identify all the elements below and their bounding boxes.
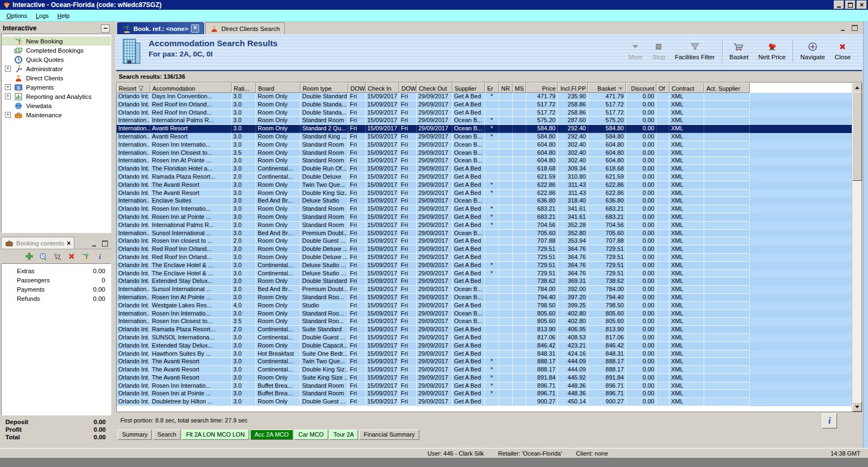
- panel-splitter[interactable]: [111, 22, 115, 448]
- table-row[interactable]: Orlando Int...The Avanti Resort3.0Room O…: [117, 181, 852, 190]
- sidebar-item-direct-clients[interactable]: +Direct Clients: [2, 73, 111, 83]
- table-row[interactable]: Internation...Rosen Inn At Pointe ...3.0…: [117, 157, 852, 165]
- column-header-resort[interactable]: Resort: [117, 83, 150, 93]
- table-row[interactable]: Orlando Int...Rosen Inn Internatio...3.0…: [117, 382, 852, 390]
- table-row[interactable]: Orlando Int...Days Inn Convention...3.0R…: [117, 93, 852, 101]
- bottom-tab-car-mco[interactable]: Car MCO: [294, 430, 328, 440]
- table-row[interactable]: Orlando Int...Ramada Plaza Resort...2.0C…: [117, 173, 852, 181]
- table-row[interactable]: Orlando Int...Westgate Lakes Res...4.0Ro…: [117, 302, 852, 310]
- booking-contents-tab[interactable]: Booking contents ×: [1, 237, 74, 249]
- sidebar-item-payments[interactable]: +$Payments: [2, 83, 111, 92]
- table-row[interactable]: Internation...Enclave Suites3.0Bed And B…: [117, 197, 852, 205]
- bottom-tab-acc-2a-mco[interactable]: Acc 2A MCO: [250, 430, 293, 440]
- sidebar-item-new-booking[interactable]: +New Booking: [2, 36, 111, 46]
- column-header-room-type[interactable]: Room type: [301, 83, 348, 93]
- scroll-up-button[interactable]: [852, 83, 862, 92]
- table-row[interactable]: Orlando Int...The Avanti Resort3.0Room O…: [117, 190, 852, 198]
- table-row[interactable]: Orlando Int...The Floridian Hotel a...3.…: [117, 165, 852, 173]
- column-header-rati[interactable]: Rati...: [232, 83, 256, 93]
- table-row[interactable]: Orlando Int...Red Roof Inn Orland...3.0R…: [117, 245, 852, 254]
- table-row[interactable]: Orlando Int...Doubletree by Hilton ...3.…: [117, 398, 852, 406]
- maximize-view-button[interactable]: [851, 25, 858, 31]
- table-row[interactable]: Orlando Int...Hawthorn Suites By ...3.0H…: [117, 350, 852, 358]
- table-row[interactable]: Orlando Int...Red Roof Inn Orland...3.0R…: [117, 101, 852, 109]
- table-row[interactable]: Internation...International Palms R...3.…: [117, 117, 852, 125]
- minimize-button[interactable]: [834, 1, 844, 9]
- column-header-board[interactable]: Board: [256, 83, 301, 93]
- restore-button[interactable]: [845, 1, 856, 9]
- sidebar-item-quick-quotes[interactable]: +Quick Quotes: [2, 55, 111, 64]
- column-header-supplier[interactable]: Supplier: [452, 83, 485, 93]
- expand-icon[interactable]: +: [5, 84, 11, 90]
- table-row[interactable]: Internation...Sunsol International ...3.…: [117, 286, 852, 294]
- delete-button[interactable]: [67, 251, 76, 261]
- close-button[interactable]: ×: [857, 1, 867, 9]
- table-row[interactable]: Internation...Rosen Inn Internatio...3.0…: [117, 310, 852, 318]
- bottom-tab-financial-summary[interactable]: Financial Summary: [359, 430, 419, 440]
- column-header-of[interactable]: Of: [656, 83, 669, 93]
- table-row[interactable]: Internation...Rosen Inn Closest to...3.5…: [117, 149, 852, 157]
- table-row[interactable]: Internation...Avanti Resort3.0Room OnlyS…: [117, 133, 852, 141]
- table-row[interactable]: Orlando Int...Rosen Inn closest to ...2.…: [117, 237, 852, 245]
- table-row[interactable]: Orlando Int...Rosen Inn Internatio...3.0…: [117, 205, 852, 213]
- nett-price-button[interactable]: Nett Price: [754, 41, 791, 61]
- sidebar-item-maintenance[interactable]: +Maintenance: [2, 110, 111, 119]
- sidebar-item-administrator[interactable]: +Administrator: [2, 64, 111, 73]
- bottom-tab-tour-2a[interactable]: Tour 2A: [329, 430, 359, 440]
- sidebar-item-reporting-and-analytics[interactable]: +Reporting and Analytics: [2, 92, 111, 101]
- table-row[interactable]: Orlando Int...Extended Stay Delux...3.0R…: [117, 342, 852, 350]
- bottom-tab-flt-2a-lon-mco-lon[interactable]: Flt 2A LON MCO LON: [182, 430, 249, 440]
- table-row[interactable]: Orlando Int...Rosen Inn at Pointe ...3.0…: [117, 390, 852, 398]
- table-row[interactable]: Orlando Int...Red Roof Inn Orland...3.0R…: [117, 254, 852, 262]
- bottom-tab-summary[interactable]: Summary: [118, 430, 152, 440]
- column-header-act-supplier[interactable]: Act. Supplier: [704, 83, 750, 93]
- menu-item-logs[interactable]: Logs: [31, 11, 53, 20]
- close-button[interactable]: Close: [830, 41, 856, 61]
- more-button[interactable]: More: [623, 41, 647, 61]
- column-header-discount[interactable]: Discount: [626, 83, 656, 93]
- close-booking-tab-icon[interactable]: ×: [67, 239, 71, 247]
- menu-item-options[interactable]: Options: [2, 11, 31, 20]
- maximize-panel-button[interactable]: [101, 241, 108, 247]
- tab-book-ref-none[interactable]: Book. ref.: <none>×: [117, 22, 204, 34]
- column-header-dow[interactable]: DOW: [399, 83, 417, 93]
- facilities-filter-button[interactable]: Facilities Filter: [670, 41, 719, 61]
- table-row[interactable]: Orlando Int...Ramada Plaza Resort...2.0C…: [117, 326, 852, 334]
- basket-button[interactable]: Basket: [725, 41, 754, 61]
- stop-button[interactable]: Stop: [647, 41, 670, 61]
- column-header-er[interactable]: Er: [485, 83, 499, 93]
- palm-tree-button[interactable]: [81, 251, 91, 261]
- expand-icon[interactable]: +: [5, 66, 11, 72]
- table-row[interactable]: Orlando Int...The Enclave Hotel & ...3.0…: [117, 262, 852, 270]
- table-row[interactable]: Internation...Sunsol International ...3.…: [117, 230, 852, 238]
- scrollbar-thumb[interactable]: [852, 92, 862, 181]
- vertical-scrollbar[interactable]: [852, 83, 861, 412]
- table-row[interactable]: Internation...Rosen Inn Closest to...3.5…: [117, 318, 852, 326]
- table-row[interactable]: Internation...Avanti Resort3.0Room OnlyS…: [117, 125, 852, 133]
- column-header-accommodation[interactable]: Accommodation: [150, 83, 232, 93]
- table-row[interactable]: Orlando Int...The Enclave Hotel & ...3.0…: [117, 270, 852, 278]
- column-header-ms[interactable]: MS: [513, 83, 526, 93]
- column-header-check-out[interactable]: Check Out: [417, 83, 452, 93]
- scroll-down-button[interactable]: [852, 402, 862, 412]
- table-row[interactable]: Orlando Int...The Avanti Resort3.0Room O…: [117, 374, 852, 382]
- column-header-dow[interactable]: DOW: [348, 83, 366, 93]
- minimize-view-button[interactable]: [839, 25, 846, 31]
- column-header-price[interactable]: Price: [526, 83, 558, 93]
- column-header-nr[interactable]: NR: [499, 83, 513, 93]
- bottom-tab-search[interactable]: Search: [153, 430, 181, 440]
- table-row[interactable]: Internation...Rosen Inn Internatio...3.0…: [117, 141, 852, 149]
- table-row[interactable]: Orlando Int...Rosen Inn at Pointe ...3.0…: [117, 213, 852, 222]
- table-row[interactable]: Orlando Int...The Avanti Resort3.0Contin…: [117, 366, 852, 374]
- close-tab-icon[interactable]: ×: [191, 24, 199, 33]
- table-row[interactable]: Orlando Int...Red Roof Inn Orland...3.0R…: [117, 109, 852, 117]
- navigate-button[interactable]: Navigate: [795, 41, 829, 61]
- collapse-panel-button[interactable]: [101, 24, 110, 33]
- cart-go-button[interactable]: [53, 251, 62, 261]
- expand-icon[interactable]: +: [5, 112, 11, 118]
- column-header-basket[interactable]: Basket: [588, 83, 626, 93]
- menu-item-help[interactable]: Help: [53, 11, 74, 20]
- column-header-incl-fl-pp[interactable]: Incl.Fl.PP: [558, 83, 588, 93]
- column-header-check-in[interactable]: Check In: [366, 83, 399, 93]
- sidebar-item-viewdata[interactable]: +Viewdata: [2, 101, 111, 110]
